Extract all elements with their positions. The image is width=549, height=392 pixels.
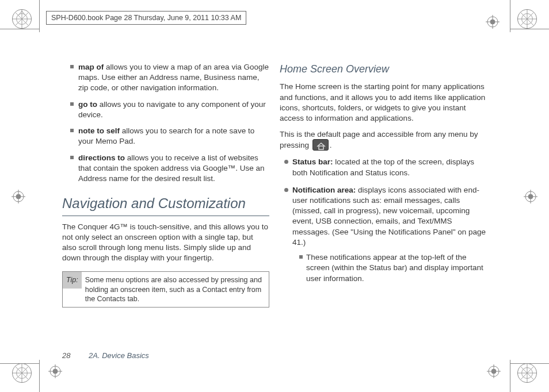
registration-mark-icon <box>517 9 537 29</box>
desc: These notifications appear at the top-le… <box>306 253 483 282</box>
footer-section: 2A. Device Basics <box>89 351 149 360</box>
target-mark-icon <box>48 364 62 378</box>
target-mark-icon <box>524 190 537 203</box>
header-meta: SPH-D600.book Page 28 Thursday, June 9, … <box>46 11 246 25</box>
target-mark-icon <box>12 190 25 203</box>
target-mark-icon <box>486 15 500 29</box>
term: Status bar: <box>292 157 333 166</box>
registration-mark-icon <box>12 9 32 29</box>
text-run: . <box>330 141 332 149</box>
svg-line-5 <box>22 11 25 16</box>
content-area: map of allows you to view a map of an ar… <box>62 62 487 340</box>
list-item: These notifications appear at the top-le… <box>306 252 487 284</box>
text-run: This is the default page and accessible … <box>280 130 478 149</box>
registration-mark-icon <box>12 363 32 383</box>
tip-box: Tip: Some menu options are also accessed… <box>62 271 269 308</box>
subsection-heading-home-overview: Home Screen Overview <box>280 62 487 76</box>
home-screen-bullets: Status bar: located at the top of the sc… <box>280 157 487 283</box>
page-number: 28 <box>62 351 70 360</box>
section-body: The Conquer 4G™ is touch-sensitive, and … <box>62 222 269 264</box>
page: SPH-D600.book Page 28 Thursday, June 9, … <box>0 0 549 392</box>
tip-body: Some menu options are also accessed by p… <box>82 272 269 307</box>
sub-list: These notifications appear at the top-le… <box>292 252 487 284</box>
home-button-icon <box>312 139 329 151</box>
right-column: Home Screen Overview The Home screen is … <box>280 62 487 340</box>
term: go to <box>78 100 97 109</box>
target-mark-icon <box>487 364 501 378</box>
term: note to self <box>78 126 120 135</box>
paragraph: This is the default page and accessible … <box>280 129 487 151</box>
list-item: note to self allows you to search for a … <box>78 126 269 147</box>
desc: allows you to navigate to any component … <box>78 100 266 119</box>
list-item: directions to allows you to receive a li… <box>78 153 269 185</box>
desc: displays icons associated with end-user … <box>292 186 486 247</box>
voice-command-list: map of allows you to view a map of an ar… <box>62 62 269 184</box>
header-meta-text: SPH-D600.book Page 28 Thursday, June 9, … <box>51 14 241 22</box>
section-heading-navigation: Navigation and Customization <box>62 194 269 216</box>
svg-rect-42 <box>319 146 323 149</box>
list-item: go to allows you to navigate to any comp… <box>78 99 269 120</box>
list-item: Status bar: located at the top of the sc… <box>284 157 487 178</box>
term: map of <box>78 63 104 71</box>
list-item: Notification area: displays icons associ… <box>284 185 487 284</box>
term: directions to <box>78 153 125 162</box>
registration-mark-icon <box>517 363 537 383</box>
page-footer: 28 2A. Device Basics <box>62 351 149 360</box>
tip-label: Tip: <box>63 272 82 289</box>
left-column: map of allows you to view a map of an ar… <box>62 62 269 340</box>
list-item: map of allows you to view a map of an ar… <box>78 62 269 94</box>
desc: allows you to view a map of an area via … <box>78 63 269 92</box>
term: Notification area: <box>292 186 356 194</box>
svg-line-6 <box>18 11 22 16</box>
paragraph: The Home screen is the starting point fo… <box>280 82 487 124</box>
